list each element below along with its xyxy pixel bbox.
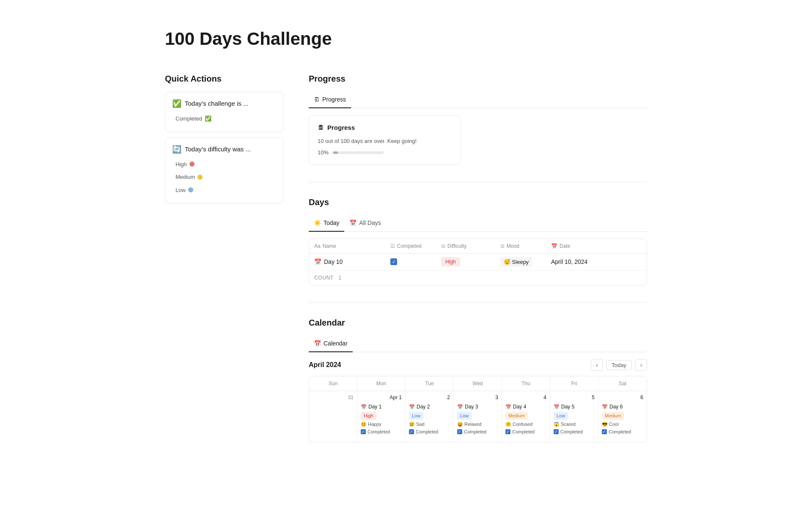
- cal-day3-completed-label: Completed: [464, 428, 486, 436]
- cal-day6-icon: 📅: [602, 403, 608, 411]
- progress-section-title: Progress: [309, 72, 647, 85]
- difficulty-high-item[interactable]: High: [172, 159, 276, 170]
- divider-2: [309, 302, 647, 303]
- all-days-tab-icon: 📅: [349, 219, 357, 227]
- challenge-card-title: ✅ Today's challenge is ...: [172, 98, 276, 110]
- cal-date-apr4: 4: [505, 394, 546, 401]
- col-sat: Sat: [598, 376, 647, 391]
- difficulty-medium-label: Medium: [176, 173, 195, 181]
- cal-day1-name: Day 1: [368, 403, 381, 411]
- row-completed-checkbox[interactable]: ✓: [390, 258, 397, 265]
- challenge-completed-label: Completed: [176, 115, 202, 123]
- cal-day2-mood-label: Sad: [416, 421, 425, 428]
- cal-event-day5: 📅 Day 5 Low 😱 Scared ✓ C: [554, 403, 595, 436]
- row-date-cell: April 10, 2024: [551, 258, 636, 266]
- difficulty-card[interactable]: 🔄 Today's difficulty was ... High Medium…: [165, 137, 283, 204]
- cal-day3-mood-label: Relaxed: [464, 421, 481, 428]
- days-table: Aa Name ☑ Completed ⊙ Difficulty ⊙: [309, 238, 647, 286]
- cal-day1-check: ✓: [361, 429, 366, 434]
- page-container: 100 Days Challenge Quick Actions ✅ Today…: [131, 0, 681, 468]
- difficulty-card-label: Today's difficulty was ...: [185, 145, 251, 154]
- col-completed-label: Completed: [397, 242, 422, 250]
- difficulty-high-label: High: [176, 160, 187, 169]
- cal-day6-mood: 😎 Cool: [602, 421, 643, 428]
- cal-day4-completed: ✓ Completed: [505, 428, 546, 436]
- col-header-completed: ☑ Completed: [390, 242, 441, 250]
- cal-cell-apr4[interactable]: 4 📅 Day 4 Medium 😕 Confused: [502, 391, 550, 442]
- cal-cell-apr1[interactable]: Apr 1 📅 Day 1 High 😊 Happy: [357, 391, 406, 442]
- cal-day4-difficulty: Medium: [505, 412, 528, 420]
- col-tue: Tue: [406, 376, 454, 391]
- calendar-days-header: Sun Mon Tue Wed Thu Fri Sat: [309, 376, 647, 391]
- row-completed-cell: ✓: [390, 258, 441, 265]
- challenge-card-label: Today's challenge is ...: [185, 99, 248, 109]
- count-value: 1: [338, 275, 341, 281]
- row-name-text: Day 10: [324, 258, 343, 266]
- col-mood-label: Mood: [507, 242, 519, 250]
- challenge-completed-item: Completed ✅: [172, 113, 276, 125]
- calendar-today-button[interactable]: Today: [606, 360, 632, 370]
- difficulty-spinner-icon: 🔄: [172, 144, 181, 155]
- difficulty-low-item[interactable]: Low: [172, 184, 276, 196]
- cal-day5-completed-label: Completed: [560, 428, 583, 436]
- col-name-label: Name: [323, 242, 336, 250]
- cal-day3-name: Day 3: [465, 403, 478, 411]
- row-difficulty-cell: High: [441, 257, 500, 266]
- progress-card-icon: 🗓: [318, 123, 324, 133]
- cal-day2-completed: ✓ Completed: [409, 428, 450, 436]
- calendar-week-1: 31 Apr 1 📅 Day 1 High: [309, 391, 647, 442]
- cal-cell-apr2[interactable]: 2 📅 Day 2 Low 😢 Sad: [406, 391, 454, 442]
- cal-day1-mood-icon: 😊: [361, 421, 367, 428]
- cal-day5-check: ✓: [554, 429, 559, 434]
- difficulty-high-dot: [189, 162, 195, 167]
- cal-day2-difficulty: Low: [409, 412, 423, 420]
- today-tab[interactable]: ☀️ Today: [309, 215, 344, 232]
- cal-day3-completed: ✓ Completed: [457, 428, 498, 436]
- calendar-tab-label: Calendar: [324, 339, 348, 348]
- row-name-icon: 📅: [314, 258, 321, 266]
- cal-day5-icon: 📅: [554, 403, 560, 411]
- cal-event-day4: 📅 Day 4 Medium 😕 Confused ✓: [505, 403, 546, 436]
- cal-day4-title: 📅 Day 4: [505, 403, 546, 411]
- col-header-name: Aa Name: [314, 242, 390, 250]
- cal-day1-completed-label: Completed: [368, 428, 390, 436]
- col-date-icon: 📅: [551, 242, 557, 250]
- calendar-prev-button[interactable]: ‹: [591, 359, 603, 371]
- cal-day5-mood: 😱 Scared: [554, 421, 595, 428]
- row-difficulty-badge: High: [441, 257, 460, 266]
- cal-day6-completed-label: Completed: [609, 428, 631, 436]
- progress-card-title: 🗓 Progress: [318, 123, 452, 133]
- challenge-card[interactable]: ✅ Today's challenge is ... Completed ✅: [165, 92, 283, 132]
- cal-day1-completed: ✓ Completed: [361, 428, 402, 436]
- cal-day2-check: ✓: [409, 429, 414, 434]
- cal-day1-title: 📅 Day 1: [361, 403, 402, 411]
- cal-day5-name: Day 5: [561, 403, 574, 411]
- cal-day5-mood-icon: 😱: [554, 421, 560, 428]
- cal-day1-mood: 😊 Happy: [361, 421, 402, 428]
- difficulty-medium-item[interactable]: Medium: [172, 171, 276, 183]
- progress-tab[interactable]: 🗓 Progress: [309, 92, 351, 108]
- page-title: 100 Days Challenge: [165, 25, 647, 52]
- cal-day6-completed: ✓ Completed: [602, 428, 643, 436]
- cal-day1-difficulty: High: [361, 412, 376, 420]
- cal-day3-difficulty: Low: [457, 412, 472, 420]
- challenge-completed-icon: ✅: [205, 115, 211, 123]
- calendar-tab[interactable]: 📅 Calendar: [309, 336, 353, 352]
- cal-cell-mar31[interactable]: 31: [309, 391, 357, 442]
- cal-cell-apr6[interactable]: 6 📅 Day 6 Medium 😎 Cool: [598, 391, 647, 442]
- cal-event-day3: 📅 Day 3 Low 😝 Relaxed ✓: [457, 403, 498, 436]
- progress-tab-label: Progress: [322, 95, 346, 104]
- challenge-check-icon: ✅: [172, 98, 181, 110]
- all-days-tab-label: All Days: [359, 219, 381, 227]
- cal-day3-mood-icon: 😝: [457, 421, 463, 428]
- cal-day5-mood-label: Scared: [561, 421, 576, 428]
- all-days-tab[interactable]: 📅 All Days: [344, 215, 386, 232]
- cal-date-apr3: 3: [457, 394, 498, 401]
- cal-date-apr5: 5: [554, 394, 595, 401]
- cal-cell-apr3[interactable]: 3 📅 Day 3 Low 😝 Relaxed: [454, 391, 502, 442]
- cal-cell-apr5[interactable]: 5 📅 Day 5 Low 😱 Scared: [550, 391, 598, 442]
- table-row[interactable]: 📅 Day 10 ✓ High 😴 Sleepy April 10, 2024: [309, 254, 647, 271]
- calendar-next-button[interactable]: ›: [635, 359, 647, 371]
- cal-date-apr6: 6: [602, 394, 643, 401]
- cal-date-apr1: Apr 1: [361, 394, 402, 401]
